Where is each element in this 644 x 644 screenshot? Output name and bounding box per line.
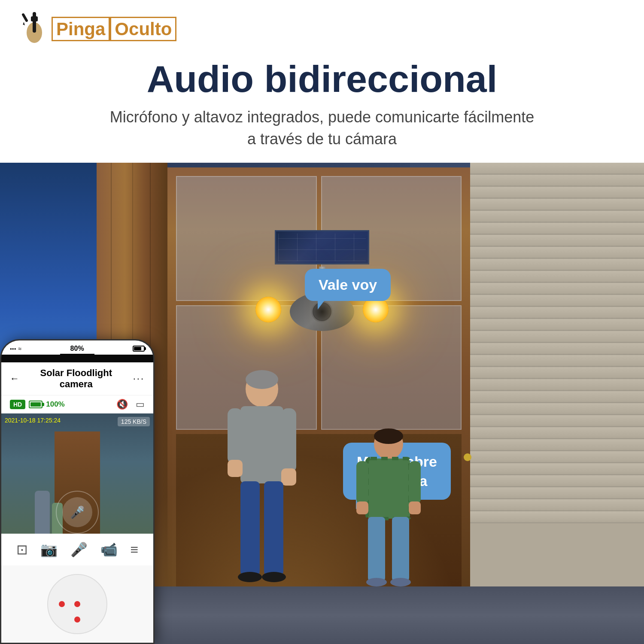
control-icons: 🔇 ▭ [116,399,145,410]
slat [470,247,644,259]
phone-status-bar: ●●● ≈ 80% [1,340,153,355]
camera-light-left [255,297,281,322]
slat [470,343,644,355]
solar-panel [275,230,369,264]
svg-rect-27 [392,517,409,581]
svg-rect-1 [33,20,36,33]
joystick-dot-bottom [74,617,80,623]
title-section: Audio bidireccional Micrófono y altavoz … [0,55,644,163]
header: PingaOculto [0,0,644,55]
slat [470,451,644,463]
slat [470,511,644,523]
slat [470,487,644,499]
feed-speed: 125 KB/S [118,417,150,426]
svg-point-8 [246,370,278,389]
svg-rect-20 [367,459,410,519]
feed-mic-area[interactable]: 🎤 [62,497,92,527]
slat [470,235,644,247]
svg-rect-12 [281,408,296,473]
svg-point-29 [390,578,411,586]
slat [470,199,644,211]
back-button[interactable]: ← [10,373,19,384]
slat [470,175,644,187]
layout-icon[interactable]: ▭ [136,399,145,410]
slat [470,307,644,319]
logo-pinga: Pinga [52,17,110,41]
svg-rect-3 [33,12,36,18]
phone-mockup: ●●● ≈ 80% ← Solar Floodlight camera ··· [0,339,155,644]
quality-battery-group: HD 100% [10,400,65,409]
battery-icon [29,401,43,408]
phone-bottom-controls: ⊡ 📷 🎤 📹 ≡ [1,534,153,565]
slat [470,415,644,427]
slat [470,367,644,379]
app: PingaOculto Audio bidireccional Micrófon… [0,0,644,644]
mic-outer-ring [56,491,99,534]
joystick-dot-left [59,601,65,607]
speech-camera-text: Vale voy [319,276,377,293]
phone-joystick-area [1,565,153,643]
svg-rect-22 [356,461,368,504]
screenshot-button[interactable]: ⊡ [16,541,28,558]
svg-rect-26 [368,517,385,581]
slat [470,355,644,367]
signal-dots: ●●● ≈ [10,345,21,352]
door-handle [464,453,471,461]
slat [470,439,644,451]
phone-camera-feed: 2021-10-18 17:25:24 125 KB/S 🎤 [1,413,153,534]
slat [470,259,644,271]
svg-rect-10 [228,408,243,464]
svg-rect-24 [409,461,421,504]
svg-rect-9 [240,406,283,483]
hd-badge: HD [10,400,25,409]
svg-rect-23 [356,501,368,514]
main-scene: Vale voy Mamá, abre la puerta [0,163,644,644]
camera-name-label: Solar Floodlight camera [26,368,127,390]
battery-percent: 80% [70,345,84,352]
svg-point-16 [238,572,262,582]
logo-text: PingaOculto [52,20,176,38]
mic-record-button[interactable]: 🎤 [70,541,88,558]
slat [470,211,644,223]
svg-marker-6 [22,22,25,26]
slat [470,391,644,403]
phone-controls-bar: HD 100% 🔇 ▭ [1,395,153,413]
video-button[interactable]: 📹 [100,541,118,558]
slat [470,295,644,307]
svg-rect-5 [21,13,28,22]
logo-icon [21,12,47,46]
svg-rect-15 [264,481,283,576]
slat [470,475,644,487]
svg-rect-13 [281,468,296,486]
svg-point-19 [374,428,403,444]
subtitle-line1: Micrófono y altavoz integrados, puede co… [110,108,535,126]
slat [470,331,644,343]
slat [470,403,644,415]
logo-container: PingaOculto [21,12,176,46]
phone-notch [60,354,94,361]
mute-icon[interactable]: 🔇 [116,399,128,410]
battery-display [133,346,145,352]
more-options-button[interactable]: ··· [133,373,145,384]
slat [470,499,644,511]
adult-figure [219,363,305,586]
slat [470,163,644,175]
slat [470,463,644,475]
svg-point-17 [262,572,286,582]
battery-level: 100% [46,400,64,409]
slat [470,319,644,331]
settings-button[interactable]: ≡ [130,542,138,558]
slat [470,427,644,439]
feed-adult [35,491,50,534]
slat [470,379,644,391]
slat [470,283,644,295]
photo-button[interactable]: 📷 [40,541,58,558]
feed-timestamp: 2021-10-18 17:25:24 [5,417,61,424]
slat [470,271,644,283]
logo-oculto: Oculto [110,17,176,41]
svg-rect-11 [228,460,243,477]
subtitle: Micrófono y altavoz integrados, puede co… [21,106,623,150]
speech-bubble-camera: Vale voy [305,269,391,301]
joystick[interactable] [47,574,107,634]
phone-app-header: ← Solar Floodlight camera ··· [1,362,153,395]
